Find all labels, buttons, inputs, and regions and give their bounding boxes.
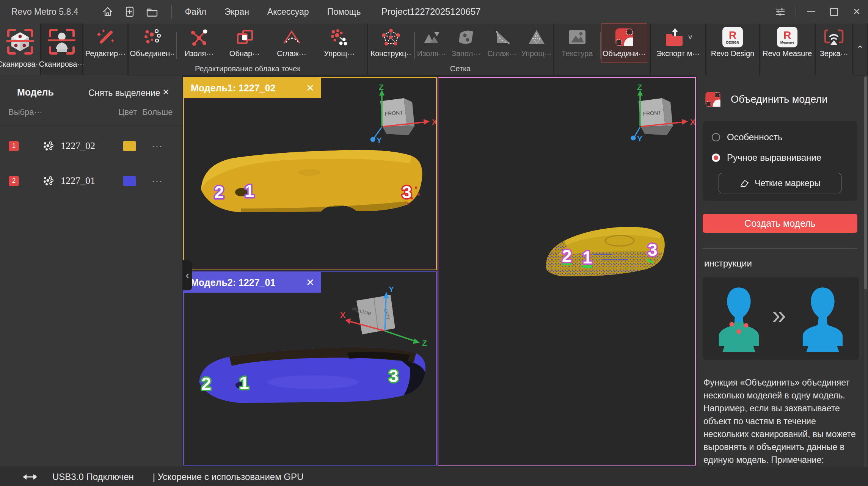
svg-text:Y: Y bbox=[377, 136, 382, 144]
clear-selection-close-icon[interactable]: ✕ bbox=[162, 87, 170, 97]
toolbar-label: Revo Design bbox=[711, 49, 755, 58]
svg-text:X: X bbox=[432, 118, 436, 126]
panel-divider bbox=[0, 125, 182, 126]
menu-accessory[interactable]: Аксессуар bbox=[267, 7, 309, 17]
app-title: Revo Metro 5.8.4 bbox=[11, 7, 78, 17]
scan-object-button[interactable]: Сканирова··· bbox=[0, 24, 40, 78]
scan-bust-button[interactable]: Сканирова··· bbox=[41, 24, 82, 78]
screen-mirror-button[interactable]: Зерка··· bbox=[816, 24, 852, 78]
model-more-button[interactable]: ··· bbox=[152, 141, 163, 151]
clear-markers-button[interactable]: Четкие маркеры bbox=[719, 173, 841, 193]
maximize-button[interactable] bbox=[822, 0, 845, 24]
simplify-mesh-button[interactable]: Упрощ··· bbox=[520, 24, 553, 63]
eraser-icon bbox=[739, 179, 750, 188]
panel-title: Модель bbox=[17, 87, 54, 98]
axis-gizmo-front[interactable]: FRONT Z X Y bbox=[370, 83, 436, 144]
radio-circle-icon[interactable] bbox=[712, 133, 720, 141]
axis-gizmo-front[interactable]: FRONT Z X Y bbox=[631, 83, 695, 143]
toolbar-label: Упрощ··· bbox=[521, 49, 552, 58]
revo-design-button[interactable]: RDESIGN Revo Design bbox=[706, 24, 759, 78]
merge-points-button[interactable]: Объединен·· bbox=[129, 24, 176, 63]
marker-label: 2 bbox=[562, 246, 572, 266]
model-name[interactable]: 1227_02 bbox=[61, 140, 95, 152]
gpu-status-text: | Ускорение с использованием GPU bbox=[153, 472, 304, 482]
color-column-label[interactable]: Цвет bbox=[118, 107, 137, 117]
viewport-title: Модель2: 1227_01 bbox=[191, 277, 275, 288]
detect-overlap-icon bbox=[235, 28, 254, 46]
smooth-points-button[interactable]: Сглаж··· bbox=[268, 24, 315, 63]
panel-title: Объединить модели bbox=[731, 94, 827, 105]
marker-label: 3 bbox=[648, 240, 658, 260]
viewport-close-icon[interactable]: ✕ bbox=[306, 82, 314, 94]
marker-count-badge: 2 bbox=[9, 176, 19, 186]
svg-text:FRONT: FRONT bbox=[385, 110, 403, 117]
toolbar-label: Сканирова··· bbox=[0, 60, 43, 69]
panel-collapse-handle[interactable]: ‹ bbox=[182, 260, 192, 290]
export-dropdown-chevron-icon[interactable]: ˅ bbox=[688, 33, 692, 42]
toolbar-label: Редактир··· bbox=[85, 49, 126, 58]
merge-points-icon bbox=[143, 28, 162, 46]
texture-merge-group: Текстура Объедини··· bbox=[554, 24, 650, 75]
home-icon[interactable] bbox=[102, 6, 114, 18]
isolate-points-button[interactable]: Изоля··· bbox=[177, 24, 221, 63]
svg-text:Z: Z bbox=[422, 339, 427, 347]
toolbar-label: Обнар··· bbox=[229, 49, 260, 58]
radio-feature-alignment[interactable]: Особенность bbox=[712, 132, 782, 143]
new-project-icon[interactable] bbox=[124, 6, 136, 18]
close-button[interactable]: ✕ bbox=[845, 0, 868, 24]
model-list-item[interactable]: 1 1227_02 ··· bbox=[0, 129, 182, 163]
viewport-merged[interactable]: 2 1 3 FRONT Z X Y bbox=[438, 77, 696, 466]
minimize-button[interactable] bbox=[800, 0, 822, 24]
viewport-tab-model2[interactable]: Модель2: 1227_01 ✕ bbox=[184, 272, 321, 293]
viewport-model1[interactable]: 2 1 3 FRONT Z X Y Модель1: 1227_02 bbox=[183, 77, 437, 270]
toolbar-label: Изоля··· bbox=[417, 49, 446, 58]
model-list-panel: Модель Снять выделение ✕ Выбра··· Цвет Б… bbox=[0, 75, 182, 467]
construct-mesh-button[interactable]: Конструкц·· bbox=[368, 24, 414, 63]
revo-measure-button[interactable]: RMeasure Revo Measure bbox=[760, 24, 815, 78]
model1-object[interactable] bbox=[201, 150, 422, 212]
smooth-mesh-button[interactable]: Сглаж··· bbox=[484, 24, 520, 63]
merge-models-button[interactable]: Объедини··· bbox=[601, 24, 647, 63]
menu-file[interactable]: Файл bbox=[185, 7, 206, 17]
select-hint[interactable]: Выбра··· bbox=[8, 107, 42, 117]
simplify-points-button[interactable]: Упрощ··· bbox=[315, 24, 364, 63]
settings-sliders-icon[interactable] bbox=[769, 0, 792, 24]
radio-manual-alignment[interactable]: Ручное выравнивание bbox=[712, 152, 821, 163]
export-model-button[interactable]: ˅ Экспорт м··· bbox=[651, 24, 705, 78]
edit-button[interactable]: Редактир··· bbox=[83, 24, 127, 78]
axis-gizmo-bottom-left[interactable]: BOTTOM LEFT Y X Z bbox=[340, 285, 427, 347]
detect-overlap-button[interactable]: Обнар··· bbox=[221, 24, 268, 63]
export-folder-icon bbox=[664, 27, 685, 47]
viewport-model2[interactable]: 2 1 3 BOTTOM LEFT Y X Z Модель2: 1227_0 bbox=[183, 271, 437, 466]
marker-label: 2 bbox=[201, 374, 211, 394]
open-folder-icon[interactable] bbox=[146, 6, 159, 18]
texture-button[interactable]: Текстура bbox=[554, 24, 600, 63]
more-column-label[interactable]: Больше bbox=[142, 107, 173, 117]
clear-selection-button[interactable]: Снять выделение bbox=[88, 88, 160, 98]
instructions-text: Функция «Объединить» объединяет нескольк… bbox=[703, 376, 863, 467]
radio-circle-icon[interactable] bbox=[712, 154, 720, 162]
create-model-button[interactable]: Создать модель bbox=[703, 214, 857, 233]
fill-holes-button[interactable]: Запол··· bbox=[448, 24, 484, 63]
status-bar: USB3.0 Подключен | Ускорение с использов… bbox=[0, 467, 868, 486]
viewport-close-icon[interactable]: ✕ bbox=[306, 277, 314, 288]
menu-screen[interactable]: Экран bbox=[224, 7, 249, 17]
model-color-swatch[interactable] bbox=[123, 141, 136, 151]
model-color-swatch[interactable] bbox=[123, 176, 136, 186]
usb-status-text: USB3.0 Подключен bbox=[52, 472, 134, 482]
svg-text:X: X bbox=[340, 310, 345, 319]
panel-scrollbar-thumb[interactable] bbox=[864, 77, 867, 289]
instructions-illustration: » bbox=[703, 277, 859, 360]
model-name[interactable]: 1227_01 bbox=[61, 175, 95, 187]
model-more-button[interactable]: ··· bbox=[152, 176, 163, 186]
menu-help[interactable]: Помощь bbox=[327, 7, 361, 17]
model-list-item[interactable]: 2 1227_01 ··· bbox=[0, 163, 182, 198]
viewport-tab-model1[interactable]: Модель1: 1227_02 ✕ bbox=[184, 78, 321, 98]
group-caption-point-cloud: Редактирование облака точек bbox=[129, 63, 367, 75]
merge-models-panel-icon bbox=[704, 91, 722, 108]
toolbar-label: Объединен·· bbox=[130, 49, 175, 58]
toolbar-label: Конструкц·· bbox=[370, 49, 411, 58]
merge-models-icon bbox=[614, 27, 634, 47]
isolate-mesh-button[interactable]: Изоля··· bbox=[415, 24, 448, 63]
ribbon-collapse-chevron-icon[interactable]: ⌃ bbox=[856, 44, 864, 55]
